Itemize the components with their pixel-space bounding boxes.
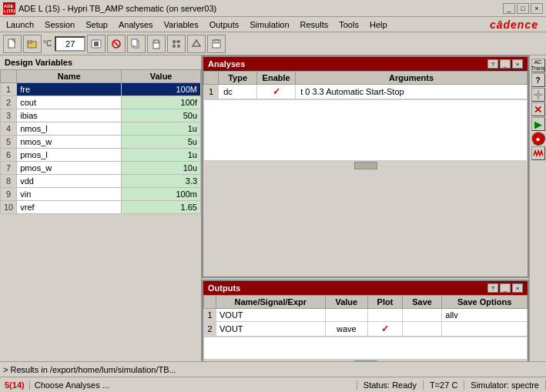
- analyses-help-button[interactable]: ?: [487, 59, 498, 69]
- menu-variables[interactable]: Variables: [159, 19, 203, 30]
- table-row[interactable]: 1 dc ✓ t 0 3.3 Automatic Start-Stop: [204, 85, 528, 99]
- analyses-row-enable[interactable]: ✓: [257, 85, 296, 99]
- table-row[interactable]: 7 pmos_w 10u: [1, 162, 201, 175]
- dv-row-name[interactable]: ibias: [17, 109, 122, 122]
- analyses-row-type[interactable]: dc: [219, 85, 257, 99]
- analyses-scrollbar[interactable]: [203, 161, 528, 170]
- outputs-row-save-options[interactable]: [442, 322, 528, 337]
- load-button[interactable]: [187, 35, 206, 53]
- table-row[interactable]: 6 pmos_l 1u: [1, 149, 201, 162]
- minimize-button[interactable]: _: [503, 3, 515, 14]
- menu-tools[interactable]: Tools: [334, 19, 363, 30]
- menu-help[interactable]: Help: [365, 19, 392, 30]
- dv-row-value[interactable]: 50u: [122, 109, 201, 122]
- dv-row-name[interactable]: vref: [17, 201, 122, 214]
- ac-trans-button[interactable]: ACTrans: [531, 59, 545, 72]
- menu-setup[interactable]: Setup: [81, 19, 112, 30]
- copy-button[interactable]: [127, 35, 146, 53]
- analyses-scrollbar-thumb[interactable]: [354, 162, 377, 169]
- outputs-title-bar: Outputs ? _ ×: [203, 281, 528, 295]
- outputs-close-button[interactable]: ×: [512, 283, 523, 293]
- enable-checkbox[interactable]: ✓: [273, 86, 280, 97]
- dv-row-name[interactable]: nmos_w: [17, 136, 122, 149]
- outputs-min-button[interactable]: _: [500, 283, 511, 293]
- dv-row-value[interactable]: 100m: [122, 188, 201, 201]
- temperature-input[interactable]: [55, 36, 85, 52]
- table-row[interactable]: 2 VOUT wave ✓: [204, 322, 528, 337]
- dv-col-name: Name: [17, 70, 122, 83]
- dv-row-value[interactable]: 100M: [122, 83, 201, 96]
- analyses-close-button[interactable]: ×: [512, 59, 523, 69]
- run-button[interactable]: [87, 35, 106, 53]
- plot-checkbox[interactable]: ✓: [381, 323, 389, 334]
- menu-outputs[interactable]: Outputs: [205, 19, 244, 30]
- cancel-toolbar-button[interactable]: ✕: [531, 102, 545, 116]
- outputs-col-name: Name/Signal/Expr: [216, 296, 326, 309]
- dv-row-value[interactable]: 100f: [122, 96, 201, 109]
- table-row[interactable]: 8 vdd 3.3: [1, 175, 201, 188]
- table-row[interactable]: 2 cout 100f: [1, 96, 201, 109]
- run-toolbar-button[interactable]: ▶: [531, 117, 545, 131]
- outputs-row-plot[interactable]: ✓: [368, 322, 403, 337]
- menu-results[interactable]: Results: [296, 19, 333, 30]
- table-row[interactable]: 5 nmos_w 5u: [1, 136, 201, 149]
- table-row[interactable]: 10 vref 1.65: [1, 201, 201, 214]
- outputs-row-num: 1: [204, 309, 216, 322]
- open-button[interactable]: [23, 35, 42, 53]
- netlist-button[interactable]: [167, 35, 186, 53]
- dv-row-num: 7: [1, 162, 17, 175]
- dv-row-value[interactable]: 3.3: [122, 175, 201, 188]
- table-row[interactable]: 1 fre 100M: [1, 83, 201, 96]
- dv-row-num: 6: [1, 149, 17, 162]
- stop-toolbar-button[interactable]: ●: [531, 132, 545, 146]
- dv-row-name[interactable]: vdd: [17, 175, 122, 188]
- dv-row-name[interactable]: nmos_l: [17, 122, 122, 136]
- outputs-row-plot[interactable]: [368, 309, 403, 322]
- dv-row-name[interactable]: vin: [17, 188, 122, 201]
- analyses-outputs-area: Analyses ? _ × Type: [202, 55, 529, 392]
- table-row[interactable]: 4 nmos_l 1u: [1, 122, 201, 136]
- analyses-row-args[interactable]: t 0 3.3 Automatic Start-Stop: [296, 85, 528, 99]
- dv-row-name[interactable]: pmos_l: [17, 149, 122, 162]
- paste-button[interactable]: [147, 35, 166, 53]
- table-row[interactable]: 9 vin 100m: [1, 188, 201, 201]
- help-toolbar-button[interactable]: ?: [531, 73, 545, 87]
- stop-button[interactable]: [107, 35, 126, 53]
- menu-session[interactable]: Session: [40, 19, 79, 30]
- outputs-row-value[interactable]: [325, 309, 367, 322]
- dv-row-value[interactable]: 1u: [122, 149, 201, 162]
- outputs-row-save[interactable]: [402, 322, 441, 337]
- outputs-empty-area: [203, 337, 528, 360]
- outputs-row-value[interactable]: wave: [325, 322, 367, 337]
- close-button[interactable]: ×: [531, 3, 543, 14]
- outputs-row-save[interactable]: [402, 309, 441, 322]
- dv-row-name[interactable]: fre: [17, 83, 122, 96]
- dv-row-value[interactable]: 10u: [122, 162, 201, 175]
- log-text: > Results in /export/home/lum/simulation…: [3, 365, 176, 374]
- dv-row-value[interactable]: 5u: [122, 136, 201, 149]
- table-row[interactable]: 1 VOUT allv: [204, 309, 528, 322]
- dv-row-name[interactable]: cout: [17, 96, 122, 109]
- dv-row-name[interactable]: pmos_w: [17, 162, 122, 175]
- settings-toolbar-button[interactable]: [531, 88, 545, 102]
- wave-toolbar-button[interactable]: [531, 146, 545, 160]
- dv-row-value[interactable]: 1u: [122, 122, 201, 136]
- table-row[interactable]: 3 ibias 50u: [1, 109, 201, 122]
- analyses-col-num: [204, 72, 219, 85]
- analyses-col-args: Arguments: [296, 72, 528, 85]
- dv-row-num: 4: [1, 122, 17, 136]
- new-button[interactable]: [3, 35, 22, 53]
- outputs-row-name[interactable]: VOUT: [216, 322, 326, 337]
- analyses-min-button[interactable]: _: [500, 59, 511, 69]
- menu-launch[interactable]: Launch: [2, 19, 39, 30]
- outputs-row-save-options[interactable]: allv: [442, 309, 528, 322]
- outputs-row-name[interactable]: VOUT: [216, 309, 326, 322]
- outputs-help-button[interactable]: ?: [487, 283, 498, 293]
- maximize-button[interactable]: □: [517, 3, 529, 14]
- menu-simulation[interactable]: Simulation: [245, 19, 293, 30]
- menu-analyses[interactable]: Analyses: [114, 19, 158, 30]
- analyses-controls: ? _ ×: [487, 59, 523, 69]
- save-results-button[interactable]: [207, 35, 226, 53]
- outputs-row-num: 2: [204, 322, 216, 337]
- dv-row-value[interactable]: 1.65: [122, 201, 201, 214]
